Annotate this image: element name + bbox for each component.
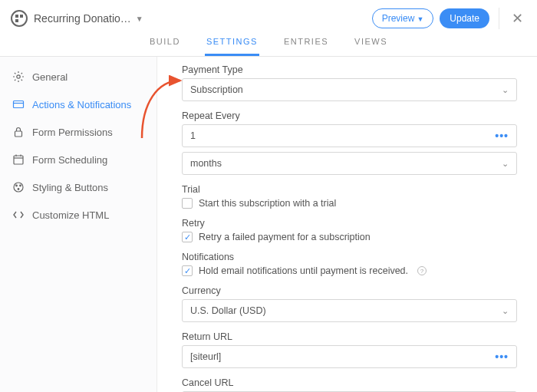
settings-content: Payment Type Subscription ⌄ Repeat Every… <box>157 57 537 392</box>
currency-value: U.S. Dollar (USD) <box>190 305 266 316</box>
currency-select[interactable]: U.S. Dollar (USD) ⌄ <box>182 299 517 322</box>
retry-label: Retry <box>182 218 517 229</box>
title-dropdown-caret[interactable]: ▼ <box>136 15 143 23</box>
retry-checkbox[interactable] <box>182 232 193 242</box>
settings-sidebar: General Actions & Notifications Form Per… <box>0 57 157 392</box>
return-url-label: Return URL <box>182 331 517 342</box>
preview-button[interactable]: Preview▼ <box>372 8 434 28</box>
repeat-unit-select[interactable]: months ⌄ <box>182 152 517 175</box>
sidebar-item-general[interactable]: General <box>0 63 156 91</box>
trial-text: Start this subscription with a trial <box>199 198 336 209</box>
sidebar-item-label: Form Scheduling <box>32 154 107 166</box>
sidebar-item-label: General <box>32 71 68 83</box>
cancel-url-label: Cancel URL <box>182 377 517 388</box>
calendar-icon <box>12 153 25 166</box>
svg-point-13 <box>20 185 21 186</box>
repeat-value: 1 <box>190 130 196 141</box>
sidebar-item-label: Customize HTML <box>32 209 109 221</box>
form-title[interactable]: Recurring Donatio… <box>34 12 131 25</box>
more-options-icon[interactable]: ••• <box>495 130 509 142</box>
svg-point-11 <box>14 183 23 192</box>
repeat-value-input[interactable]: 1 ••• <box>182 124 517 147</box>
chevron-down-icon: ⌄ <box>502 159 509 169</box>
notifications-label: Notifications <box>182 252 517 262</box>
palette-icon <box>12 181 25 193</box>
trial-label: Trial <box>182 184 517 195</box>
svg-rect-6 <box>15 131 22 137</box>
svg-rect-7 <box>14 156 23 164</box>
sidebar-item-form-scheduling[interactable]: Form Scheduling <box>0 146 156 173</box>
tab-build[interactable]: BUILD <box>148 31 182 56</box>
card-icon <box>12 98 25 110</box>
tab-settings[interactable]: SETTINGS <box>205 31 259 56</box>
tab-entries[interactable]: ENTRIES <box>282 31 330 56</box>
caret-down-icon: ▼ <box>417 15 423 23</box>
svg-rect-1 <box>20 15 23 18</box>
update-button[interactable]: Update <box>440 8 489 28</box>
close-icon[interactable]: ✕ <box>509 10 526 27</box>
sidebar-item-form-permissions[interactable]: Form Permissions <box>0 118 156 146</box>
payment-type-value: Subscription <box>190 84 243 95</box>
sidebar-item-styling-buttons[interactable]: Styling & Buttons <box>0 173 156 201</box>
lock-icon <box>12 126 25 138</box>
notifications-checkbox[interactable] <box>182 265 193 276</box>
svg-rect-4 <box>14 101 24 108</box>
retry-text: Retry a failed payment for a subscriptio… <box>199 232 371 242</box>
sidebar-item-customize-html[interactable]: Customize HTML <box>0 201 156 229</box>
app-logo <box>11 10 28 27</box>
divider <box>499 8 499 29</box>
chevron-down-icon: ⌄ <box>502 85 509 95</box>
svg-rect-0 <box>15 15 18 18</box>
sidebar-item-actions-notifications[interactable]: Actions & Notifications <box>0 91 156 118</box>
sidebar-item-label: Form Permissions <box>32 127 113 138</box>
more-options-icon[interactable]: ••• <box>495 351 509 363</box>
payment-type-select[interactable]: Subscription ⌄ <box>182 78 517 101</box>
return-url-value: [siteurl] <box>190 351 221 362</box>
svg-point-12 <box>16 185 18 186</box>
svg-point-3 <box>17 75 20 78</box>
preview-label: Preview <box>382 13 415 24</box>
tab-views[interactable]: VIEWS <box>353 31 389 56</box>
currency-label: Currency <box>182 285 517 296</box>
sidebar-item-label: Actions & Notifications <box>32 99 131 110</box>
trial-checkbox[interactable] <box>182 198 193 209</box>
svg-point-14 <box>18 189 19 190</box>
sidebar-item-label: Styling & Buttons <box>32 182 108 193</box>
payment-type-label: Payment Type <box>182 64 517 75</box>
return-url-input[interactable]: [siteurl] ••• <box>182 345 517 368</box>
code-icon <box>12 209 25 221</box>
notifications-text: Hold email notifications until payment i… <box>199 265 408 276</box>
chevron-down-icon: ⌄ <box>502 306 509 316</box>
help-icon[interactable]: ? <box>417 266 427 275</box>
repeat-every-label: Repeat Every <box>182 110 517 121</box>
gear-icon <box>12 71 25 83</box>
repeat-unit-value: months <box>190 158 222 169</box>
svg-rect-2 <box>15 19 18 22</box>
